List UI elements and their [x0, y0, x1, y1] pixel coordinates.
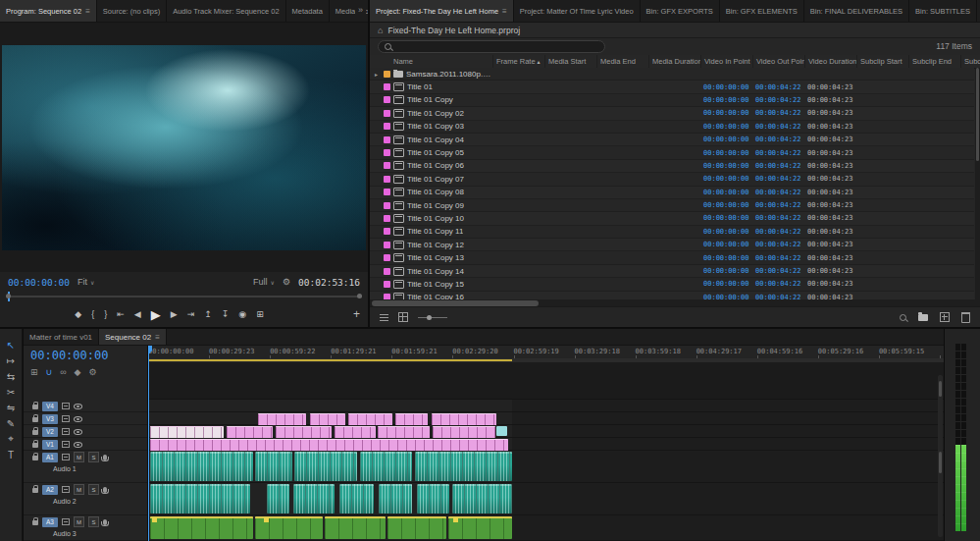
- label-color-chip[interactable]: [384, 123, 390, 130]
- video-clip[interactable]: [496, 426, 507, 436]
- track-lock-icon[interactable]: [32, 443, 38, 448]
- slip-tool[interactable]: ⇋: [0, 400, 22, 415]
- label-color-chip[interactable]: [384, 268, 390, 275]
- delete-icon[interactable]: [961, 312, 970, 323]
- find-icon[interactable]: [900, 314, 906, 321]
- sync-lock-icon[interactable]: [62, 403, 70, 409]
- button-editor-button[interactable]: +: [353, 307, 360, 321]
- toggle-track-output-icon[interactable]: [74, 416, 82, 422]
- snap-toggle-icon[interactable]: ∪: [46, 367, 53, 377]
- selection-tool[interactable]: ↖: [0, 337, 22, 352]
- audio-clip[interactable]: [267, 484, 290, 514]
- monitor-settings-wrench-icon[interactable]: ⚙: [283, 277, 290, 287]
- table-row[interactable]: Title 01 Copy 0500:00:00:0000:00:04:2200…: [370, 146, 974, 159]
- scrollbar-thumb[interactable]: [939, 381, 942, 397]
- extract-button[interactable]: ↧: [222, 310, 230, 319]
- audio-clip[interactable]: [150, 516, 253, 539]
- project-home-icon[interactable]: [378, 26, 383, 35]
- toggle-track-output-icon[interactable]: [74, 429, 82, 435]
- table-row[interactable]: Title 01 Copy 1000:00:00:0000:00:04:2200…: [370, 212, 974, 225]
- table-row[interactable]: ▸Samsara.2011.1080p.BluRay...: [370, 68, 974, 81]
- mute-button[interactable]: M: [74, 452, 84, 462]
- list-view-icon[interactable]: [380, 314, 388, 321]
- sync-lock-icon[interactable]: [62, 428, 70, 435]
- label-color-chip[interactable]: [384, 136, 390, 143]
- track-target-v4[interactable]: V4: [42, 402, 58, 411]
- solo-button[interactable]: S: [88, 516, 99, 527]
- scrubber-track[interactable]: [6, 296, 362, 298]
- track-select-forward-tool[interactable]: ↦: [0, 352, 22, 368]
- audio-clip[interactable]: [417, 484, 448, 514]
- new-item-icon[interactable]: [940, 312, 950, 322]
- track-target-v2[interactable]: V2: [42, 427, 58, 437]
- lift-button[interactable]: ↥: [204, 310, 212, 319]
- razor-tool[interactable]: ✂: [0, 384, 22, 400]
- mute-button[interactable]: M: [74, 484, 84, 495]
- track-lock-icon[interactable]: [32, 405, 38, 409]
- label-color-chip[interactable]: [384, 202, 390, 209]
- label-color-chip[interactable]: [384, 189, 390, 195]
- comparison-view-button[interactable]: ⊞: [256, 310, 264, 319]
- sync-lock-icon[interactable]: [62, 415, 70, 422]
- time-ruler[interactable]: 00:00:00:0000:00:29:2300:00:59:2200:01:2…: [148, 346, 944, 359]
- type-tool[interactable]: T: [0, 447, 22, 462]
- playback-resolution-select[interactable]: Full: [253, 277, 275, 287]
- add-marker-icon[interactable]: ◆: [75, 367, 81, 377]
- column-header-video-duration[interactable]: Video Duration: [804, 55, 856, 68]
- panel-menu-icon[interactable]: ≡: [155, 333, 160, 342]
- zoom-level-select[interactable]: Fit: [77, 277, 94, 287]
- voiceover-record-icon[interactable]: [103, 455, 107, 460]
- column-header-media-duration[interactable]: Media Duration: [648, 55, 700, 68]
- column-header-name[interactable]: Name: [370, 55, 492, 68]
- audio-clip[interactable]: [150, 484, 250, 514]
- tab-sequence-02[interactable]: Sequence 02≡: [99, 329, 167, 345]
- table-row[interactable]: Title 0100:00:00:0000:00:04:2200:00:04:2…: [370, 81, 974, 93]
- table-row[interactable]: Title 01 Copy 1500:00:00:0000:00:04:2200…: [370, 278, 974, 291]
- track-target-a3[interactable]: A3: [42, 517, 58, 527]
- table-row[interactable]: Title 01 Copy 1400:00:00:0000:00:04:2200…: [370, 265, 974, 278]
- solo-button[interactable]: S: [88, 484, 99, 495]
- label-color-chip[interactable]: [384, 242, 390, 248]
- label-color-chip[interactable]: [384, 215, 390, 222]
- step-forward-button[interactable]: ▶: [171, 310, 178, 319]
- scrubber-zoom-handle-left[interactable]: [6, 294, 11, 298]
- add-marker-button[interactable]: ◆: [75, 310, 81, 319]
- audio-clip[interactable]: [452, 484, 512, 514]
- track-target-a1[interactable]: A1: [42, 453, 58, 462]
- label-color-chip[interactable]: [384, 96, 390, 103]
- tab-project-fixed-the-day-he-left-home[interactable]: Project: Fixed-The Day He Left Home≡: [370, 0, 514, 22]
- label-color-chip[interactable]: [384, 281, 390, 288]
- tab-overflow-chevron-icon[interactable]: [355, 5, 366, 15]
- sync-lock-icon[interactable]: [62, 518, 70, 525]
- sync-lock-icon[interactable]: [62, 441, 70, 448]
- voiceover-record-icon[interactable]: [103, 519, 107, 525]
- nest-toggle-icon[interactable]: ⊞: [30, 367, 38, 377]
- label-color-chip[interactable]: [384, 162, 390, 169]
- table-row[interactable]: Title 01 Copy 0900:00:00:0000:00:04:2200…: [370, 199, 974, 212]
- mark-out-button[interactable]: }: [104, 310, 107, 319]
- tab-bin-gfx-elements[interactable]: Bin: GFX ELEMENTS: [720, 0, 804, 22]
- tab-audio-track-mixer-sequence-02[interactable]: Audio Track Mixer: Sequence 02: [167, 0, 285, 22]
- column-header-frame-rate[interactable]: Frame Rate: [492, 55, 544, 68]
- table-row[interactable]: Title 01 Copy00:00:00:0000:00:04:2200:00…: [370, 94, 974, 107]
- sync-lock-icon[interactable]: [62, 486, 70, 493]
- table-row[interactable]: Title 01 Copy 0700:00:00:0000:00:04:2200…: [370, 173, 974, 186]
- step-back-button[interactable]: ◀: [134, 310, 141, 319]
- audio-clip[interactable]: [379, 484, 412, 514]
- scrollbar-thumb[interactable]: [939, 452, 942, 473]
- tab-bin-subtitles[interactable]: Bin: SUBTITLES: [909, 0, 977, 22]
- go-to-in-button[interactable]: ⇤: [117, 310, 125, 319]
- audio-clip[interactable]: [387, 516, 446, 539]
- voiceover-record-icon[interactable]: [103, 487, 107, 493]
- panel-menu-icon[interactable]: ≡: [502, 7, 507, 16]
- playhead-line[interactable]: [148, 346, 149, 541]
- table-row[interactable]: Title 01 Copy 0800:00:00:0000:00:04:2200…: [370, 187, 974, 199]
- audio-clip[interactable]: [255, 452, 291, 481]
- column-header-subclip-start[interactable]: Subclip Start: [856, 55, 908, 68]
- track-lock-icon[interactable]: [32, 456, 38, 460]
- column-header-subclip[interactable]: Subclip: [960, 55, 980, 68]
- linked-selection-icon[interactable]: ∞: [60, 367, 66, 377]
- table-row[interactable]: Title 01 Copy 0300:00:00:0000:00:04:2200…: [370, 121, 974, 134]
- label-color-chip[interactable]: [384, 110, 390, 117]
- play-button[interactable]: ▶: [151, 308, 161, 321]
